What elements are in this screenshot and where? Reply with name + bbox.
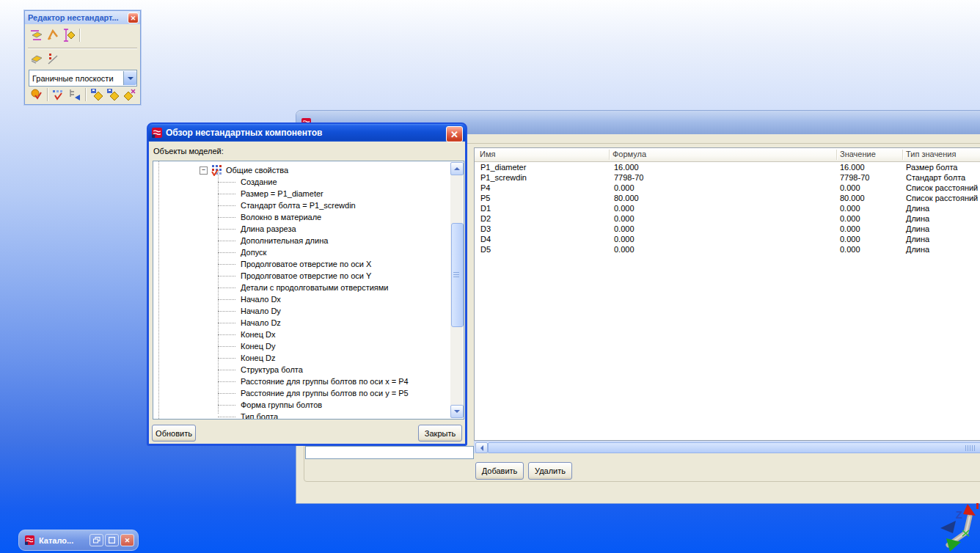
catalog-minimized-window[interactable]: Катало... ✕: [18, 530, 139, 551]
tree-item[interactable]: Конец Dx: [153, 329, 464, 340]
cell-name: P4: [480, 183, 490, 193]
plane-measure-icon[interactable]: [29, 28, 45, 43]
scroll-up-button[interactable]: [450, 162, 464, 175]
toolbar-titlebar[interactable]: Редактор нестандарт... ✕: [25, 11, 140, 24]
table-row[interactable]: D1 0.000 0.000 Длина: [475, 203, 980, 213]
tree-item[interactable]: Длина разреза: [153, 223, 464, 235]
objects-label: Объекты моделей:: [153, 147, 224, 155]
toolbar-divider: [28, 48, 137, 49]
cell-value: 0.000: [840, 234, 860, 244]
tree-item[interactable]: Продолговатое отверстие по оси X: [153, 258, 464, 270]
tree-item[interactable]: Размер = P1_diameter: [153, 188, 464, 199]
delete-button[interactable]: Удалить: [528, 462, 572, 480]
table-row[interactable]: D2 0.000 0.000 Длина: [475, 213, 980, 224]
close-dialog-button[interactable]: Закрыть: [418, 425, 462, 442]
cell-value-type: Стандарт болта: [906, 172, 965, 183]
collapse-expander-icon[interactable]: −: [200, 166, 208, 175]
scroll-down-button[interactable]: [450, 405, 464, 418]
cell-name: D2: [480, 213, 491, 224]
angle-tool-icon[interactable]: [45, 28, 61, 43]
close-button[interactable]: ✕: [120, 534, 134, 546]
height-measure-icon[interactable]: [61, 28, 77, 43]
cell-value: 0.000: [840, 203, 860, 213]
toolbar-title: Редактор нестандарт...: [28, 13, 119, 22]
scrollbar-thumb[interactable]: [488, 442, 980, 453]
cell-formula: 0.000: [614, 244, 635, 254]
tree-item[interactable]: Дополнительная длина: [153, 235, 464, 246]
plane-type-combobox[interactable]: Граничные плоскости: [29, 70, 137, 87]
tree-item[interactable]: Начало Dy: [153, 305, 464, 317]
tree-item[interactable]: Продолговатое отверстие по оси Y: [153, 270, 464, 282]
cell-formula: 0.000: [614, 183, 635, 193]
down-arrow-icon: [454, 410, 460, 416]
toolbar-separator: [85, 88, 87, 101]
table-row[interactable]: P4 0.000 0.000 Список расстояний: [475, 183, 980, 193]
tree-item[interactable]: Структура болта: [153, 364, 464, 376]
tree-item[interactable]: Допуск: [153, 246, 464, 258]
combobox-dropdown-button[interactable]: [123, 71, 136, 85]
apply-check-icon[interactable]: [29, 87, 45, 102]
maximize-button[interactable]: [105, 534, 119, 546]
tree-item[interactable]: Конец Dy: [153, 340, 464, 352]
tree-item[interactable]: Тип болта: [153, 411, 464, 420]
column-header-value[interactable]: Значение: [840, 150, 876, 158]
tree-export-icon[interactable]: [67, 87, 83, 102]
cell-value: 0.000: [840, 224, 860, 234]
tree-item[interactable]: Форма группы болтов: [153, 399, 464, 411]
app-logo-icon: [152, 128, 162, 138]
tree-item[interactable]: Создание: [153, 176, 464, 188]
scroll-left-button[interactable]: [475, 442, 488, 453]
table-row[interactable]: P5 80.000 80.000 Список расстояний: [475, 193, 980, 203]
column-header-name[interactable]: Имя: [480, 150, 495, 158]
scrollbar-grip: [965, 445, 976, 451]
close-button[interactable]: ✕: [446, 126, 463, 142]
cell-formula: 0.000: [614, 203, 635, 213]
horizontal-scrollbar[interactable]: [474, 441, 980, 453]
column-header-formula[interactable]: Формула: [612, 150, 646, 158]
app-logo-icon: [25, 535, 34, 545]
tree-item[interactable]: Волокно в материале: [153, 211, 464, 223]
up-arrow-icon: [454, 164, 460, 170]
cell-formula: 80.000: [614, 193, 639, 203]
save-as-icon[interactable]: [105, 87, 121, 102]
save-icon[interactable]: [89, 87, 105, 102]
table-row[interactable]: D3 0.000 0.000 Длина: [475, 224, 980, 234]
tree-item[interactable]: Расстояние для группы болтов по оси y = …: [153, 387, 464, 399]
cell-name: D4: [480, 234, 491, 244]
delete-icon[interactable]: [121, 87, 137, 102]
refresh-button[interactable]: Обновить: [152, 425, 196, 442]
desktop: { "editor_toolbar": { "title": "Редактор…: [0, 0, 980, 553]
tree-item[interactable]: Начало Dx: [153, 293, 464, 305]
toolbar-separator: [79, 29, 81, 42]
chevron-down-icon: [128, 77, 134, 83]
points-line-icon[interactable]: [45, 51, 61, 66]
table-row[interactable]: P1_screwdin 7798-70 7798-70 Стандарт бол…: [475, 172, 980, 183]
verify-points-icon[interactable]: [51, 87, 67, 102]
cell-value-type: Длина: [906, 244, 929, 254]
cell-name: D3: [480, 224, 491, 234]
component-name-input[interactable]: [305, 446, 474, 459]
tree-root-item[interactable]: − Общие свойства: [153, 164, 464, 176]
tree-item[interactable]: Конец Dz: [153, 352, 464, 364]
tree-item[interactable]: Детали с продолговатыми отверстиями: [153, 282, 464, 293]
tree-item[interactable]: Расстояние для группы болтов по оси x = …: [153, 376, 464, 387]
tree-item[interactable]: Начало Dz: [153, 317, 464, 329]
cell-value: 16.000: [840, 162, 865, 172]
column-header-value-type[interactable]: Тип значения: [906, 150, 956, 158]
cell-value-type: Длина: [906, 213, 929, 224]
column-separator[interactable]: [836, 150, 838, 160]
restore-button[interactable]: [89, 534, 103, 546]
column-separator[interactable]: [902, 150, 904, 160]
dialog-titlebar[interactable]: Обзор нестандартных компонентов ✕: [148, 124, 466, 142]
cell-value: 0.000: [840, 213, 860, 224]
add-button[interactable]: Добавить: [475, 462, 524, 480]
table-row[interactable]: D5 0.000 0.000 Длина: [475, 244, 980, 254]
tree-item[interactable]: Стандарт болта = P1_screwdin: [153, 199, 464, 211]
plane-icon[interactable]: [29, 51, 45, 66]
close-button[interactable]: ✕: [128, 12, 139, 23]
table-row[interactable]: P1_diameter 16.000 16.000 Размер болта: [475, 162, 980, 172]
table-row[interactable]: D4 0.000 0.000 Длина: [475, 234, 980, 244]
left-arrow-icon: [478, 445, 483, 451]
column-separator[interactable]: [609, 150, 610, 160]
vertical-scrollbar[interactable]: [450, 162, 463, 418]
